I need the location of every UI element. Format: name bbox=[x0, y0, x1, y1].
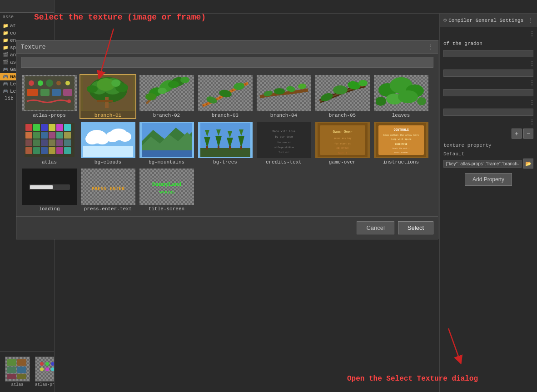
dialog-menu-icon[interactable]: ⋮ bbox=[427, 43, 433, 51]
atlas-props-svg bbox=[25, 76, 75, 110]
right-input-1[interactable] bbox=[443, 50, 533, 57]
svg-rect-63 bbox=[41, 124, 48, 131]
svg-text:press any key: press any key bbox=[333, 137, 351, 140]
texture-item-atlas[interactable]: atlas bbox=[21, 121, 78, 166]
texture-dialog: Texture ⋮ bbox=[16, 40, 438, 239]
svg-point-12 bbox=[45, 367, 49, 371]
svg-text:avoid enemies: avoid enemies bbox=[394, 151, 408, 154]
svg-rect-80 bbox=[33, 147, 40, 154]
svg-rect-104 bbox=[218, 146, 219, 149]
texture-item-branch-05[interactable]: branch-05 bbox=[314, 74, 371, 119]
svg-point-41 bbox=[180, 77, 189, 83]
right-row-menu-4[interactable]: ⋮ bbox=[529, 99, 535, 106]
add-remove-row: + − bbox=[440, 127, 537, 140]
texture-item-credits-text[interactable]: Made with love by our team for use at co… bbox=[255, 121, 312, 166]
svg-rect-21 bbox=[40, 89, 50, 96]
texture-item-branch-04[interactable]: branch-04 bbox=[255, 74, 312, 119]
thumb-atlas-img bbox=[5, 357, 30, 382]
thumb-atlas[interactable]: atlas bbox=[4, 357, 31, 387]
arrow-down bbox=[95, 26, 123, 81]
right-input-3[interactable] bbox=[443, 89, 533, 96]
svg-rect-84 bbox=[64, 147, 71, 154]
default-value-input[interactable] bbox=[443, 160, 522, 168]
add-btn[interactable]: + bbox=[512, 129, 522, 139]
right-row-menu-1[interactable]: ⋮ bbox=[529, 30, 535, 38]
svg-point-59 bbox=[417, 97, 426, 105]
texture-item-leaves[interactable]: leaves bbox=[373, 74, 429, 119]
atlas-pr-thumb-svg bbox=[36, 358, 54, 380]
texture-item-loading[interactable]: loading bbox=[21, 168, 78, 213]
texture-item-instructions[interactable]: CONTROLS Keep within the arrow keys Jump… bbox=[373, 121, 429, 166]
svg-point-52 bbox=[358, 80, 368, 86]
svg-point-58 bbox=[376, 97, 386, 106]
select-button[interactable]: Select bbox=[398, 221, 433, 234]
svg-text:for use at: for use at bbox=[277, 141, 290, 144]
texture-item-bg-clouds[interactable]: bg-clouds bbox=[80, 121, 136, 166]
texture-thumb-bg-trees bbox=[198, 122, 253, 158]
svg-point-17 bbox=[46, 79, 53, 87]
right-row-menu-3[interactable]: ⋮ bbox=[529, 79, 535, 87]
file-item-at[interactable]: 📁 at bbox=[0, 22, 54, 30]
anim-icon-as: 🎬 bbox=[3, 60, 8, 65]
scene-icon-leveljs: 🎮 bbox=[3, 81, 8, 87]
texture-item-press-enter-text[interactable]: PRESS ENTER press-enter-text bbox=[80, 168, 136, 213]
right-input-4[interactable] bbox=[443, 109, 533, 116]
texture-thumb-atlas bbox=[22, 122, 77, 158]
svg-rect-62 bbox=[33, 124, 40, 131]
svg-point-57 bbox=[398, 90, 418, 103]
thumb-atlas-label: atlas bbox=[11, 382, 23, 387]
add-property-button[interactable]: Add Property bbox=[465, 173, 512, 186]
texture-item-atlas-props[interactable]: atlas-props bbox=[21, 74, 78, 119]
texture-label-credits-text: credits-text bbox=[266, 159, 302, 165]
thumb-atlas-pr-label: atlas-pr.. bbox=[35, 382, 54, 387]
svg-text:PRESS ENTER: PRESS ENTER bbox=[91, 186, 124, 192]
svg-point-15 bbox=[29, 80, 34, 86]
file-item-co[interactable]: 📁 co bbox=[0, 30, 54, 37]
branch-04-svg bbox=[259, 76, 309, 110]
svg-rect-65 bbox=[56, 124, 63, 131]
right-panel-menu-icon[interactable]: ⋮ bbox=[527, 16, 533, 24]
svg-point-48 bbox=[298, 83, 306, 89]
texture-item-branch-03[interactable]: branch-03 bbox=[197, 74, 254, 119]
right-panel-header: ⚙ Compiler General Settings ⋮ bbox=[440, 14, 537, 27]
branch-01-svg bbox=[83, 76, 133, 110]
svg-rect-6 bbox=[7, 374, 16, 379]
svg-rect-79 bbox=[25, 147, 32, 154]
svg-text:Reach the end...: Reach the end... bbox=[392, 147, 410, 149]
texture-thumb-branch-04 bbox=[257, 75, 311, 111]
dialog-search-box[interactable] bbox=[21, 57, 433, 68]
right-panel-title: Compiler General Settings bbox=[448, 18, 527, 23]
prop-default-label: Default bbox=[440, 150, 537, 158]
texture-item-bg-trees[interactable]: bg-trees bbox=[197, 121, 254, 166]
cancel-button[interactable]: Cancel bbox=[357, 221, 394, 234]
svg-point-10 bbox=[51, 362, 54, 366]
texture-thumb-leaves bbox=[374, 75, 428, 111]
right-row-menu-2[interactable]: ⋮ bbox=[529, 60, 535, 67]
svg-rect-76 bbox=[49, 139, 55, 146]
svg-text:OBJECTIVE: OBJECTIVE bbox=[336, 147, 348, 149]
prop-file-browse-btn[interactable]: 📂 bbox=[523, 159, 533, 169]
right-input-row-1 bbox=[440, 49, 537, 59]
svg-text:by our team: by our team bbox=[275, 135, 293, 139]
texture-item-bg-mountains[interactable]: bg-mountains bbox=[138, 121, 195, 166]
texture-thumb-bg-mountains bbox=[139, 122, 194, 158]
top-tabs-bar bbox=[55, 0, 537, 14]
press-enter-text-svg: PRESS ENTER bbox=[83, 170, 133, 204]
right-row-menu-5[interactable]: ⋮ bbox=[529, 118, 535, 126]
thumb-atlas-pr[interactable]: atlas-pr.. bbox=[34, 357, 54, 387]
texture-item-game-over[interactable]: Game Over press any key for start at OBJ… bbox=[314, 121, 371, 166]
svg-rect-64 bbox=[49, 124, 55, 131]
svg-point-40 bbox=[168, 81, 179, 88]
texture-label-atlas: atlas bbox=[42, 159, 57, 165]
dialog-search-input[interactable] bbox=[21, 57, 433, 65]
svg-point-46 bbox=[274, 88, 285, 94]
texture-label-branch-03: branch-03 bbox=[212, 113, 239, 118]
texture-item-title-screen[interactable]: SunnyLand WOODS title-screen bbox=[138, 168, 195, 213]
folder-icon-sp: 📁 bbox=[3, 45, 8, 50]
scene-icon-levelscene: 🎮 bbox=[3, 89, 8, 94]
remove-btn[interactable]: − bbox=[523, 129, 533, 139]
right-input-2[interactable] bbox=[443, 69, 533, 77]
svg-rect-71 bbox=[56, 132, 63, 139]
texture-item-branch-02[interactable]: branch-02 bbox=[138, 74, 195, 119]
texture-thumb-press-enter-text: PRESS ENTER bbox=[81, 169, 135, 205]
